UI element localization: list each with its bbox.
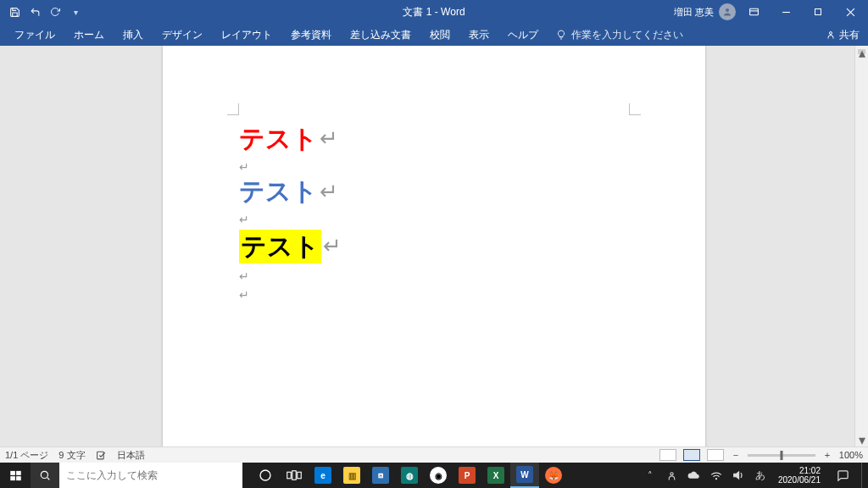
minimize-icon[interactable]	[771, 0, 800, 24]
app-explorer[interactable]: ▥	[337, 463, 366, 488]
svg-point-19	[670, 472, 673, 474]
show-desktop[interactable]	[861, 463, 866, 488]
svg-line-14	[47, 478, 50, 480]
app-edge[interactable]: e	[309, 463, 337, 488]
document-body[interactable]: テスト ↵ ↵ テスト ↵ ↵ テスト ↵ ↵ ↵	[239, 124, 629, 305]
spellcheck-icon[interactable]	[96, 450, 107, 461]
app-chrome[interactable]: ◉	[424, 463, 453, 488]
view-web-layout[interactable]	[707, 449, 724, 461]
text-line[interactable]: テスト ↵	[239, 124, 629, 154]
svg-rect-10	[16, 470, 21, 474]
svg-rect-18	[298, 472, 302, 479]
taskview-icon[interactable]	[280, 463, 309, 488]
tray-volume-icon[interactable]	[731, 470, 746, 480]
tray-network-icon[interactable]	[709, 470, 724, 480]
share-button[interactable]: 共有	[826, 29, 860, 42]
tell-me-placeholder: 作業を入力してください	[571, 29, 683, 42]
undo-icon[interactable]	[25, 3, 44, 21]
vertical-scrollbar[interactable]: ▴ ▾	[854, 46, 868, 446]
account-name[interactable]: 増田 恵美	[674, 6, 714, 19]
margin-corner-icon	[629, 103, 641, 115]
margin-corner-icon	[227, 103, 239, 115]
share-label: 共有	[839, 29, 860, 42]
document-title: 文書 1 - Word	[403, 5, 465, 19]
windows-icon	[9, 469, 22, 482]
app-powerpoint[interactable]: P	[453, 463, 481, 488]
paragraph-mark-icon: ↵	[320, 125, 338, 152]
tray-people-icon[interactable]	[665, 470, 680, 481]
svg-rect-17	[292, 471, 297, 480]
close-icon[interactable]	[836, 0, 865, 24]
ribbon-display-options-icon[interactable]	[739, 0, 768, 24]
titlebar: ▾ 文書 1 - Word 増田 恵美	[0, 0, 868, 24]
zoom-percent[interactable]: 100%	[839, 450, 863, 460]
svg-rect-16	[287, 472, 292, 479]
zoom-slider-thumb[interactable]	[780, 451, 782, 460]
taskbar-apps: e ▥ ⧈ ◍ ◉ P X W 🦊	[251, 463, 568, 488]
tab-help[interactable]: ヘルプ	[498, 24, 548, 46]
svg-point-13	[41, 471, 47, 478]
qat-customize-icon[interactable]: ▾	[66, 3, 85, 21]
cortana-icon[interactable]	[251, 463, 280, 488]
tray-overflow-icon[interactable]: ˄	[643, 470, 658, 481]
tab-home[interactable]: ホーム	[64, 24, 114, 46]
tray-onedrive-icon[interactable]	[687, 471, 702, 480]
app-excel[interactable]: X	[481, 463, 510, 488]
zoom-slider[interactable]	[748, 454, 815, 457]
view-print-layout[interactable]	[683, 449, 700, 461]
tab-design[interactable]: デザイン	[153, 24, 212, 46]
tab-layout[interactable]: レイアウト	[212, 24, 281, 46]
paragraph-mark-icon: ↵	[239, 286, 629, 304]
scroll-up-icon[interactable]: ▴	[855, 46, 868, 59]
document-workspace: テスト ↵ ↵ テスト ↵ ↵ テスト ↵ ↵ ↵ ▴ ▾	[0, 46, 868, 446]
lightbulb-icon	[556, 30, 566, 40]
svg-rect-11	[10, 476, 15, 480]
statusbar: 1/1 ページ 9 文字 日本語 − + 100%	[0, 446, 868, 463]
text-line[interactable]: テスト ↵	[239, 230, 629, 263]
text-line[interactable]: テスト ↵	[239, 176, 629, 207]
view-read-mode[interactable]	[659, 449, 676, 461]
language-indicator[interactable]: 日本語	[117, 449, 145, 462]
redo-icon[interactable]	[46, 3, 64, 21]
scroll-down-icon[interactable]: ▾	[855, 433, 868, 446]
paragraph-mark-icon: ↵	[320, 179, 338, 205]
quick-access-toolbar: ▾	[0, 3, 85, 21]
app-word[interactable]: W	[510, 463, 539, 488]
svg-marker-21	[734, 472, 739, 479]
tab-mailings[interactable]: 差し込み文書	[341, 24, 420, 46]
app-store[interactable]: ⧈	[366, 463, 395, 488]
maximize-icon[interactable]	[804, 0, 832, 24]
svg-rect-9	[10, 470, 15, 474]
text-run-blue: テスト	[239, 176, 318, 207]
start-button[interactable]	[0, 463, 31, 488]
paragraph-mark-icon: ↵	[239, 267, 629, 286]
tab-file[interactable]: ファイル	[5, 24, 64, 46]
save-icon[interactable]	[5, 3, 24, 21]
avatar-icon[interactable]	[719, 3, 736, 20]
taskbar-search[interactable]	[31, 463, 242, 488]
word-count[interactable]: 9 文字	[58, 449, 85, 462]
page-indicator[interactable]: 1/1 ページ	[5, 449, 48, 462]
app-unknown[interactable]: ◍	[395, 463, 424, 488]
svg-point-15	[260, 470, 270, 480]
tell-me-search[interactable]: 作業を入力してください	[548, 29, 683, 42]
share-icon	[826, 30, 836, 40]
svg-point-0	[726, 8, 729, 12]
svg-rect-12	[16, 476, 21, 480]
tab-insert[interactable]: 挿入	[114, 24, 153, 46]
page[interactable]: テスト ↵ ↵ テスト ↵ ↵ テスト ↵ ↵ ↵	[163, 46, 705, 446]
svg-rect-4	[815, 9, 821, 15]
tab-review[interactable]: 校閲	[420, 24, 459, 46]
tab-view[interactable]: 表示	[459, 24, 498, 46]
search-icon	[31, 463, 59, 488]
app-firefox[interactable]: 🦊	[539, 463, 568, 488]
taskbar-search-input[interactable]	[59, 463, 242, 488]
windows-taskbar: e ▥ ⧈ ◍ ◉ P X W 🦊 ˄ あ 21:02 2020/06/21	[0, 463, 868, 488]
text-run-red: テスト	[239, 124, 318, 154]
zoom-in-icon[interactable]: +	[822, 450, 832, 460]
ime-indicator[interactable]: あ	[753, 469, 768, 483]
action-center-icon[interactable]	[831, 463, 854, 488]
tray-clock[interactable]: 21:02 2020/06/21	[775, 466, 824, 485]
zoom-out-icon[interactable]: −	[731, 450, 741, 460]
tab-references[interactable]: 参考資料	[281, 24, 341, 46]
